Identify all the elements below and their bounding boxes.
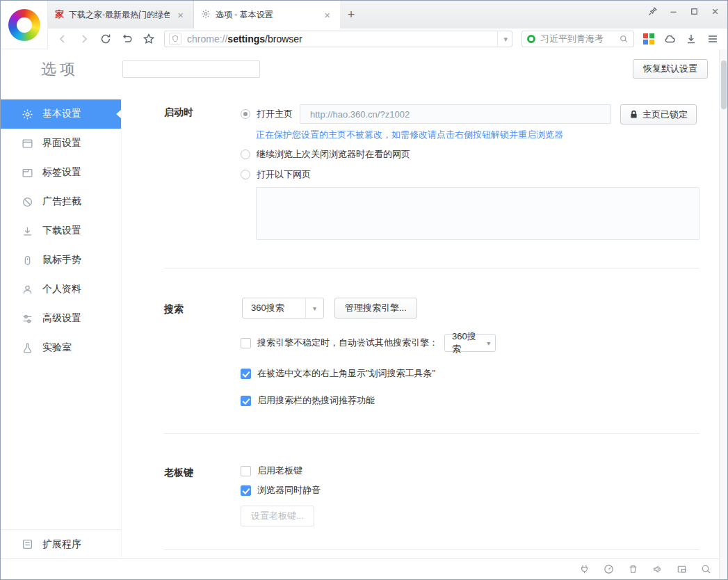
- bosskey-enable-checkbox[interactable]: [241, 466, 251, 476]
- set-bosskey-button[interactable]: 设置老板键...: [241, 506, 314, 526]
- address-bar[interactable]: chrome://settings/browser ▾: [164, 31, 512, 47]
- tab-title: 选项 - 基本设置: [216, 9, 316, 21]
- fallback-engine-label: 搜索引擎不稳定时，自动尝试其他搜索引擎：: [257, 337, 438, 349]
- extensions-icon: [22, 538, 33, 550]
- favorite-star-icon[interactable]: [143, 33, 155, 45]
- tab-icon: [22, 167, 33, 179]
- sidebar-item-label: 鼠标手势: [42, 254, 81, 266]
- hotword-label: 启用搜索栏的热搜词推荐功能: [257, 394, 375, 407]
- homepage-url-input[interactable]: [300, 104, 611, 124]
- fallback-engine-dropdown[interactable]: 360搜索 ▾: [444, 334, 496, 352]
- sidebar-item-extensions[interactable]: 扩展程序: [1, 529, 121, 558]
- sidebar-item-interface-settings[interactable]: 界面设置: [1, 129, 121, 158]
- sidebar-item-download-settings[interactable]: 下载设置: [1, 216, 121, 245]
- undo-icon[interactable]: [121, 33, 134, 45]
- sidebar-item-label: 广告拦截: [42, 195, 81, 208]
- search-magnifier-icon: [619, 34, 629, 44]
- pin-on-top-icon[interactable]: [642, 2, 662, 20]
- sidebar-item-ad-block[interactable]: 广告拦截: [1, 187, 121, 216]
- settings-sidebar: 基本设置 界面设置 标签设置 广告拦截 下载设置 鼠标手势: [1, 99, 122, 558]
- download-icon: [22, 225, 33, 237]
- back-icon[interactable]: [56, 33, 69, 45]
- section-divider: [164, 549, 699, 550]
- reload-icon[interactable]: [99, 33, 112, 45]
- continue-radio-label: 继续浏览上次关闭浏览器时在看的网页: [257, 148, 410, 161]
- sidebar-item-tab-settings[interactable]: 标签设置: [1, 158, 121, 187]
- sidebar-item-label: 下载设置: [42, 225, 81, 237]
- bosskey-enable-row: 启用老板键: [241, 465, 302, 477]
- minimize-icon[interactable]: [663, 2, 683, 20]
- vertical-scrollbar[interactable]: [719, 49, 727, 579]
- sidebar-item-label: 个人资料: [42, 283, 81, 296]
- sidebar-item-advanced-settings[interactable]: 高级设置: [1, 304, 121, 333]
- homepage-protect-note: 正在保护您设置的主页不被篡改，如需修改请点击右侧按钮解锁并重启浏览器: [256, 129, 563, 141]
- lock-icon: [629, 110, 638, 119]
- download-manager-icon[interactable]: [685, 33, 697, 45]
- menu-hamburger-icon[interactable]: [706, 33, 719, 45]
- search-section-label: 搜索: [164, 303, 184, 316]
- browser-toolbar: chrome://settings/browser ▾ 习近平到青海考: [48, 29, 727, 49]
- startup-pages-list[interactable]: [256, 187, 699, 240]
- close-window-icon[interactable]: [705, 2, 725, 20]
- trash-icon[interactable]: [627, 563, 639, 575]
- speaker-icon[interactable]: [652, 563, 663, 575]
- tab-strip: 家 下载之家-最新最热门的绿色... × 选项 - 基本设置 × +: [1, 1, 727, 29]
- snapshot-window-icon[interactable]: [676, 563, 688, 575]
- forward-icon[interactable]: [78, 33, 90, 45]
- tab-settings[interactable]: 选项 - 基本设置 ×: [194, 1, 340, 29]
- homepage-radio[interactable]: [241, 109, 250, 119]
- sidebar-item-lab[interactable]: 实验室: [1, 333, 121, 362]
- tab-download-site[interactable]: 家 下载之家-最新最热门的绿色... ×: [48, 1, 194, 29]
- restore-defaults-button[interactable]: 恢复默认设置: [633, 59, 708, 79]
- page-shield-icon[interactable]: [169, 33, 181, 45]
- homepage-locked-button[interactable]: 主页已锁定: [620, 104, 697, 124]
- open-pages-radio[interactable]: [241, 170, 250, 179]
- sidebar-item-label: 实验室: [42, 341, 72, 354]
- settings-search-input[interactable]: [122, 61, 260, 78]
- fallback-engine-checkbox[interactable]: [241, 338, 251, 348]
- plugin-icon[interactable]: [579, 563, 590, 575]
- open-pages-radio-label: 打开以下网页: [257, 168, 311, 181]
- new-tab-button[interactable]: +: [340, 1, 362, 29]
- search-engine-dropdown[interactable]: 360搜索 ▾: [242, 298, 324, 319]
- address-dropdown-icon[interactable]: ▾: [497, 31, 508, 47]
- tab-close-icon[interactable]: ×: [175, 8, 186, 22]
- hotword-checkbox[interactable]: [241, 396, 251, 406]
- sidebar-item-label: 界面设置: [42, 137, 81, 150]
- apps-grid-icon[interactable]: [643, 33, 654, 45]
- toolbar-search-box[interactable]: 习近平到青海考: [521, 31, 634, 47]
- hotword-row: 启用搜索栏的热搜词推荐功能: [241, 394, 375, 407]
- search-engine-value: 360搜索: [251, 302, 284, 314]
- sidebar-item-label: 扩展程序: [42, 538, 81, 551]
- chevron-down-icon: ▾: [305, 298, 323, 318]
- selection-toolbar-checkbox[interactable]: [241, 369, 251, 379]
- sidebar-item-profile[interactable]: 个人资料: [1, 275, 121, 304]
- scrollbar-thumb[interactable]: [721, 61, 727, 109]
- gear-icon: [201, 9, 211, 21]
- manage-search-engines-button[interactable]: 管理搜索引擎...: [334, 298, 417, 319]
- url-text: chrome://settings/browser: [187, 33, 302, 45]
- startup-option-pages: 打开以下网页: [241, 168, 311, 181]
- selection-toolbar-row: 在被选中文本的右上角显示"划词搜索工具条": [241, 367, 435, 380]
- search-suggestion-text: 习近平到青海考: [540, 33, 614, 45]
- sidebar-item-mouse-gestures[interactable]: 鼠标手势: [1, 245, 121, 275]
- maximize-icon[interactable]: [684, 2, 704, 20]
- block-icon: [22, 196, 33, 208]
- continue-radio[interactable]: [241, 150, 250, 159]
- speed-icon[interactable]: [603, 563, 615, 575]
- cloud-sync-icon[interactable]: [663, 33, 676, 45]
- bosskey-enable-label: 启用老板键: [257, 465, 302, 477]
- zoom-magnifier-icon[interactable]: [700, 563, 712, 575]
- sidebar-item-basic-settings[interactable]: 基本设置: [1, 99, 121, 129]
- chevron-down-icon: ▾: [483, 335, 495, 351]
- bosskey-mute-checkbox[interactable]: [241, 485, 251, 496]
- browser-logo[interactable]: [1, 1, 48, 49]
- section-divider: [164, 433, 699, 434]
- startup-option-homepage: 打开主页: [241, 108, 293, 120]
- window-icon: [22, 138, 33, 150]
- sliders-icon: [22, 313, 33, 325]
- tab-close-icon[interactable]: ×: [321, 8, 333, 22]
- bosskey-mute-label: 浏览器同时静音: [257, 484, 321, 497]
- tab-favicon: 家: [55, 8, 64, 21]
- startup-option-continue: 继续浏览上次关闭浏览器时在看的网页: [241, 148, 410, 161]
